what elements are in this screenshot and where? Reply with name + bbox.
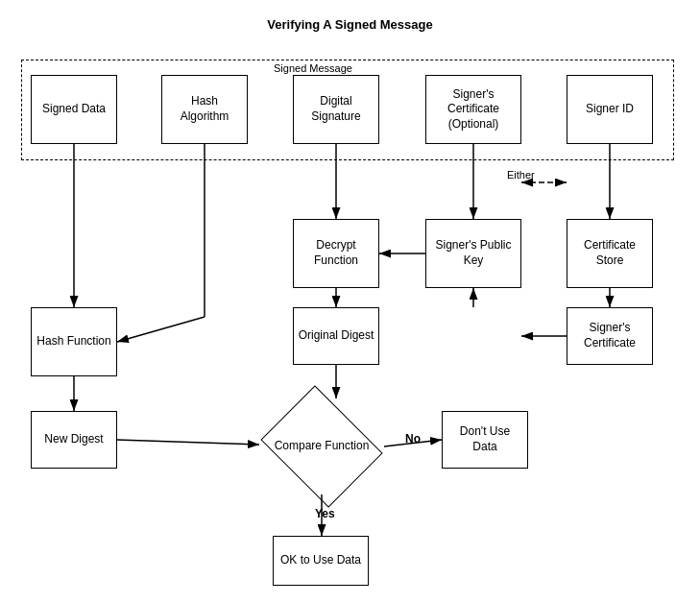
- svg-line-4: [117, 317, 205, 342]
- signers-public-key-box: Signer's Public Key: [425, 219, 521, 288]
- diagram-container: Verifying A Signed Message Signed Messag…: [0, 0, 700, 603]
- signers-certificate-box: Signer's Certificate: [567, 307, 653, 365]
- certificate-store-box: Certificate Store: [567, 219, 653, 288]
- dont-use-data-box: Don't Use Data: [442, 411, 528, 469]
- digital-signature-box: Digital Signature: [293, 75, 379, 144]
- ok-to-use-data-box: OK to Use Data: [273, 536, 369, 586]
- decrypt-function-box: Decrypt Function: [293, 219, 379, 288]
- signed-data-box: Signed Data: [31, 75, 117, 144]
- signers-certificate-optional-box: Signer's Certificate (Optional): [425, 75, 521, 144]
- either-label: Either: [507, 169, 535, 181]
- compare-function-diamond: Compare Function: [259, 398, 384, 494]
- compare-function-label: Compare Function: [275, 439, 370, 454]
- no-label: No: [405, 432, 421, 446]
- diagram-title: Verifying A Signed Message: [0, 8, 700, 32]
- new-digest-box: New Digest: [31, 411, 117, 469]
- signer-id-box: Signer ID: [567, 75, 653, 144]
- svg-line-6: [117, 440, 259, 445]
- original-digest-box: Original Digest: [293, 307, 379, 365]
- hash-function-box: Hash Function: [31, 307, 117, 376]
- signed-message-label: Signed Message: [274, 62, 352, 74]
- yes-label: Yes: [315, 507, 335, 520]
- hash-algorithm-box: Hash Algorithm: [161, 75, 248, 144]
